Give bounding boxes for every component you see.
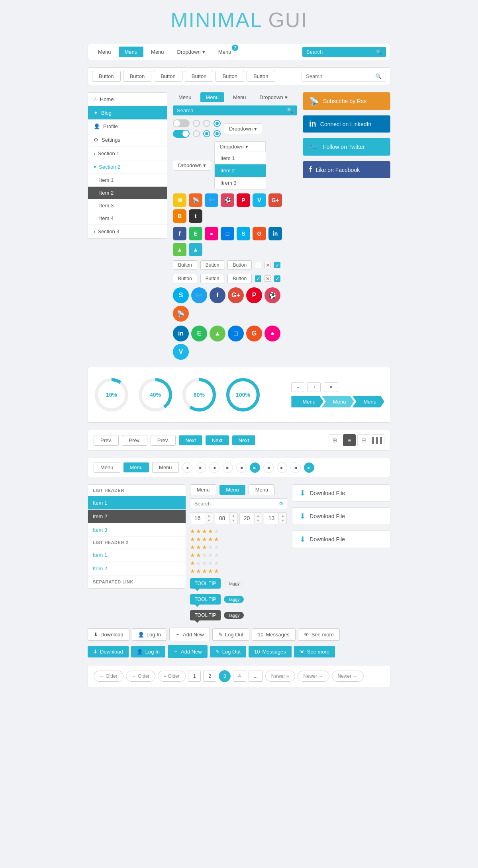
sidebar-item-profile[interactable]: 👤 Profile xyxy=(88,120,167,133)
radio-2[interactable] xyxy=(203,120,210,127)
nav-dropdown[interactable]: Dropdown ▾ xyxy=(172,47,211,57)
dropdown-item-2[interactable]: Item 2 xyxy=(215,164,266,177)
btn-sm-1[interactable]: Button xyxy=(173,260,197,270)
round-dropbox[interactable]: □ xyxy=(228,326,244,341)
time-minutes-input[interactable] xyxy=(215,513,229,524)
checkbox-2-checked[interactable]: ✓ xyxy=(274,275,280,282)
prev-btn-2[interactable]: Prev. xyxy=(122,435,147,446)
action-logout-1[interactable]: ✎ Log Out xyxy=(212,628,249,641)
nav-item-menu1[interactable]: Menu xyxy=(92,47,117,57)
dropdown-item-3[interactable]: Itrem 3 xyxy=(215,177,266,189)
time-minutes-down[interactable]: ▼ xyxy=(230,518,237,523)
action-seemore-2[interactable]: 👁 See more xyxy=(294,646,335,657)
prev-btn-3[interactable]: Prev. xyxy=(151,435,176,446)
round-skype[interactable]: S xyxy=(173,287,189,303)
view-grid-icon[interactable]: ⊞ xyxy=(329,434,341,446)
button-2[interactable]: Button xyxy=(123,71,152,82)
round-google2[interactable]: G xyxy=(246,326,262,341)
action-login-2[interactable]: 👤 Log In xyxy=(131,646,165,657)
btn-sm-4[interactable]: Button xyxy=(173,274,197,283)
arrow-nav-item-1[interactable]: Menu xyxy=(291,396,323,408)
sidebar-item-settings[interactable]: ⚙ Settings xyxy=(88,133,167,147)
checkbox-2-x[interactable]: ✕ xyxy=(264,275,271,282)
older-btn-3[interactable]: « Older xyxy=(158,671,185,682)
social-icon-vimeo[interactable]: V xyxy=(253,193,266,207)
social-icon-google2[interactable]: G xyxy=(253,227,266,240)
round-rss[interactable]: 📡 xyxy=(173,306,189,322)
time-seconds-up[interactable]: ▲ xyxy=(255,513,262,518)
button-4[interactable]: Button xyxy=(185,71,214,82)
round-flickr[interactable]: ● xyxy=(264,326,280,341)
list-item-3[interactable]: Item 3 xyxy=(88,523,186,537)
checkbox-2-blue[interactable]: ✓ xyxy=(255,275,261,282)
checkbox-1[interactable] xyxy=(255,262,261,268)
page-circle-prev-1[interactable]: ◄ xyxy=(182,462,192,473)
tag-2-blue[interactable]: Taggy xyxy=(224,596,243,603)
time-seconds-input[interactable] xyxy=(240,513,254,524)
social-btn-twitter[interactable]: 🐦 Follow on Twitter xyxy=(303,138,390,156)
social-icon-app2[interactable]: ▲ xyxy=(189,243,202,256)
page-circle-next-4[interactable]: ► xyxy=(277,462,287,473)
button-3[interactable]: Button xyxy=(154,71,182,82)
list-item-4[interactable]: Item 1 xyxy=(88,548,186,562)
view-barcode-icon[interactable]: ▌▌▌ xyxy=(372,434,384,446)
sub-nav-search-input[interactable] xyxy=(177,107,284,113)
minus-btn[interactable]: − xyxy=(291,382,304,392)
social-icon-google[interactable]: G+ xyxy=(268,193,282,207)
time-ms-input[interactable] xyxy=(264,513,278,524)
action-download-1[interactable]: ⬇ Download xyxy=(88,628,129,641)
list-item-1[interactable]: Item 1 xyxy=(88,496,186,510)
list-menu-1[interactable]: Menu xyxy=(190,484,217,495)
sidebar-sub-item-2[interactable]: Item 2 xyxy=(88,187,167,199)
next-btn-1[interactable]: Next xyxy=(179,435,202,445)
list-item-2[interactable]: Item 2 xyxy=(88,510,186,523)
sidebar-sub-item-1[interactable]: Item 1 xyxy=(88,174,167,187)
time-ms-up[interactable]: ▲ xyxy=(279,513,286,518)
round-linkedin[interactable]: in xyxy=(173,326,189,341)
page-circle-next-1[interactable]: ► xyxy=(196,462,206,473)
action-addnew-2[interactable]: ＋ Add New xyxy=(168,645,208,658)
social-icon-flickr[interactable]: ● xyxy=(205,227,218,240)
menu-tab-1[interactable]: Menu xyxy=(94,462,120,473)
list-menu-2-active[interactable]: Menu xyxy=(219,485,245,495)
radio-5[interactable] xyxy=(203,130,210,137)
action-seemore-1[interactable]: 👁 See more xyxy=(298,628,340,641)
sub-nav-menu1[interactable]: Menu xyxy=(173,92,197,102)
toggle-1[interactable] xyxy=(173,119,190,127)
round-pinterest[interactable]: P xyxy=(246,287,262,303)
sub-nav-dropdown[interactable]: Dropdown ▾ xyxy=(255,92,292,102)
page-circle-prev-2[interactable]: ◄ xyxy=(209,462,219,473)
page-num-2[interactable]: 2 xyxy=(203,671,216,682)
sidebar-item-home[interactable]: ⌂ Home xyxy=(88,93,167,106)
sidebar-section-3[interactable]: › Section 3 xyxy=(88,225,167,238)
prev-btn-1[interactable]: Prev. xyxy=(94,435,119,446)
view-columns-icon[interactable]: ⊟ xyxy=(357,434,370,446)
download-btn-3[interactable]: ⬇ Download File xyxy=(292,531,390,548)
tag-3-dark[interactable]: Taggy xyxy=(224,612,243,619)
social-icon-blogger[interactable]: B xyxy=(173,209,186,223)
sidebar-item-blog[interactable]: ✦ Blog xyxy=(88,106,167,120)
close-btn[interactable]: ✕ xyxy=(324,382,338,392)
social-icon-dribbble[interactable]: ⚽ xyxy=(221,193,234,207)
list-search-input[interactable] xyxy=(194,501,277,507)
dropdown-panel-trigger[interactable]: Dropdown ▾ xyxy=(215,141,266,152)
newer-btn-2[interactable]: Newer → xyxy=(298,671,329,682)
sidebar-section-2[interactable]: ▾ Section 2 xyxy=(88,160,167,174)
page-circle-prev-3[interactable]: ◄ xyxy=(236,462,247,473)
time-ms-down[interactable]: ▼ xyxy=(279,518,286,523)
round-evernote[interactable]: E xyxy=(191,326,207,341)
action-addnew-1[interactable]: ＋ Add New xyxy=(169,628,210,641)
tag-1[interactable]: Taggy xyxy=(224,580,243,587)
action-download-2[interactable]: ⬇ Download xyxy=(88,646,129,657)
sidebar-sub-item-4[interactable]: Item 4 xyxy=(88,212,167,225)
checkbox-checked[interactable]: ✓ xyxy=(274,262,280,268)
menu-tab-2-active[interactable]: Menu xyxy=(123,462,149,472)
action-login-1[interactable]: 👤 Log In xyxy=(132,628,167,641)
nav-item-menu2-active[interactable]: Menu xyxy=(119,47,144,57)
search-input-blue[interactable] xyxy=(306,49,373,55)
social-btn-rss[interactable]: 📡 Subscribe by Rss xyxy=(303,92,390,110)
view-list-icon[interactable]: ≡ xyxy=(343,434,356,446)
round-twitter[interactable]: 🐦 xyxy=(191,287,207,303)
page-num-1[interactable]: 1 xyxy=(188,671,201,682)
page-circle-next-5-active[interactable]: ► xyxy=(304,462,314,473)
